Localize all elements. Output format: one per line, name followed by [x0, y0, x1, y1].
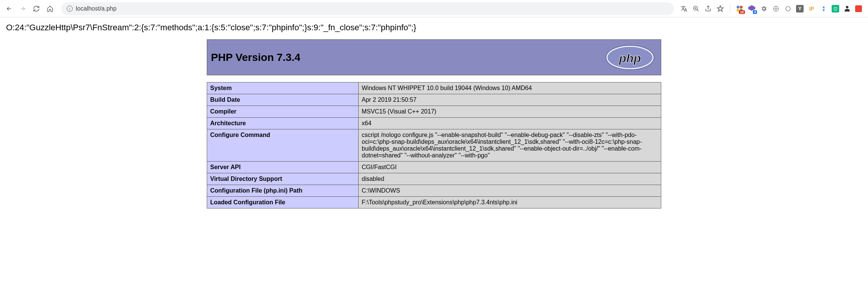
- phpinfo-table: SystemWindows NT WHIPPET 10.0 build 1904…: [207, 82, 661, 208]
- config-label: Build Date: [207, 94, 359, 106]
- share-icon[interactable]: [704, 5, 712, 13]
- config-value: cscript /nologo configure.js "--enable-s…: [359, 129, 661, 162]
- config-value: disabled: [359, 173, 661, 185]
- table-row: Server APICGI/FastCGI: [207, 162, 661, 173]
- table-row: Build DateApr 2 2019 21:50:57: [207, 94, 661, 106]
- info-icon[interactable]: i: [67, 6, 73, 12]
- bookmark-star-icon[interactable]: [716, 5, 724, 13]
- extension-icon-3[interactable]: [772, 5, 780, 13]
- divider: [730, 4, 730, 13]
- table-row: Configure Commandcscript /nologo configu…: [207, 129, 661, 162]
- table-row: Virtual Directory Supportdisabled: [207, 173, 661, 185]
- table-row: Loaded Configuration FileF:\Tools\phpstu…: [207, 197, 661, 208]
- table-row: Architecturex64: [207, 118, 661, 129]
- url-text: localhost/a.php: [76, 5, 117, 12]
- extension-icon-9[interactable]: [855, 5, 862, 12]
- extension-icon-8[interactable]: [843, 5, 851, 13]
- config-value: F:\Tools\phpstudy_pro\Extensions\php\php…: [359, 197, 661, 208]
- config-label: Configure Command: [207, 129, 359, 162]
- extension-icon-7[interactable]: ⊡: [832, 5, 839, 12]
- config-value: MSVC15 (Visual C++ 2017): [359, 106, 661, 118]
- config-label: Loaded Configuration File: [207, 197, 359, 208]
- zoom-icon[interactable]: [692, 5, 700, 13]
- extension-icon-2[interactable]: 4: [748, 5, 756, 13]
- url-bar[interactable]: i localhost/a.php: [61, 2, 674, 15]
- svg-point-6: [786, 6, 790, 11]
- config-label: System: [207, 82, 359, 94]
- config-value: Apr 2 2019 21:50:57: [359, 94, 661, 106]
- config-value: Windows NT WHIPPET 10.0 build 19044 (Win…: [359, 82, 661, 94]
- extension-icon-4[interactable]: [784, 5, 792, 13]
- table-row: SystemWindows NT WHIPPET 10.0 build 1904…: [207, 82, 661, 94]
- forward-button[interactable]: [17, 3, 28, 14]
- serialized-output: O:24:"GuzzleHttp\Psr7\FnStream":2:{s:7:"…: [6, 23, 862, 33]
- php-logo: php: [604, 44, 656, 71]
- extension-icon-1[interactable]: 18: [735, 5, 744, 13]
- phpinfo-header: PHP Version 7.3.4 php: [207, 39, 661, 75]
- svg-rect-2: [740, 6, 743, 8]
- home-button[interactable]: [45, 3, 55, 14]
- table-row: CompilerMSVC15 (Visual C++ 2017): [207, 106, 661, 118]
- extension-icon-5[interactable]: Y: [796, 5, 804, 12]
- config-label: Architecture: [207, 118, 359, 129]
- phpinfo-title: PHP Version 7.3.4: [211, 51, 300, 64]
- svg-text:php: php: [618, 51, 641, 65]
- config-label: Compiler: [207, 106, 359, 118]
- svg-rect-1: [737, 6, 740, 8]
- gear-icon[interactable]: [760, 5, 768, 13]
- config-label: Virtual Directory Support: [207, 173, 359, 185]
- extension-icon-ip[interactable]: IP: [807, 5, 816, 13]
- translate-icon[interactable]: [680, 5, 688, 13]
- config-label: Server API: [207, 162, 359, 173]
- config-label: Configuration File (php.ini) Path: [207, 185, 359, 197]
- browser-toolbar: i localhost/a.php 18 4: [0, 0, 868, 17]
- extensions-area: 18 4 Y IP ⊡: [680, 4, 864, 13]
- phpinfo-container: PHP Version 7.3.4 php SystemWindows NT W…: [207, 39, 661, 208]
- page-content: O:24:"GuzzleHttp\Psr7\FnStream":2:{s:7:"…: [0, 17, 868, 214]
- svg-point-7: [846, 6, 849, 8]
- extension-badge-2: 4: [753, 10, 757, 14]
- extension-badge-1: 18: [739, 10, 745, 14]
- config-value: x64: [359, 118, 661, 129]
- table-row: Configuration File (php.ini) PathC:\WIND…: [207, 185, 661, 197]
- config-value: C:\WINDOWS: [359, 185, 661, 197]
- config-value: CGI/FastCGI: [359, 162, 661, 173]
- back-button[interactable]: [4, 3, 14, 14]
- extension-icon-6[interactable]: [820, 5, 828, 13]
- reload-button[interactable]: [31, 3, 42, 14]
